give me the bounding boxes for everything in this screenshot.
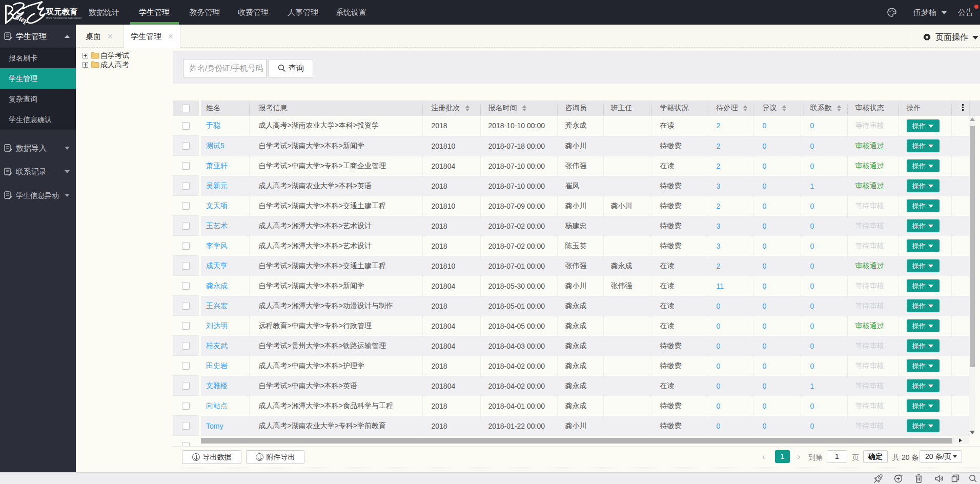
svg-text:Step: Step xyxy=(14,13,30,25)
